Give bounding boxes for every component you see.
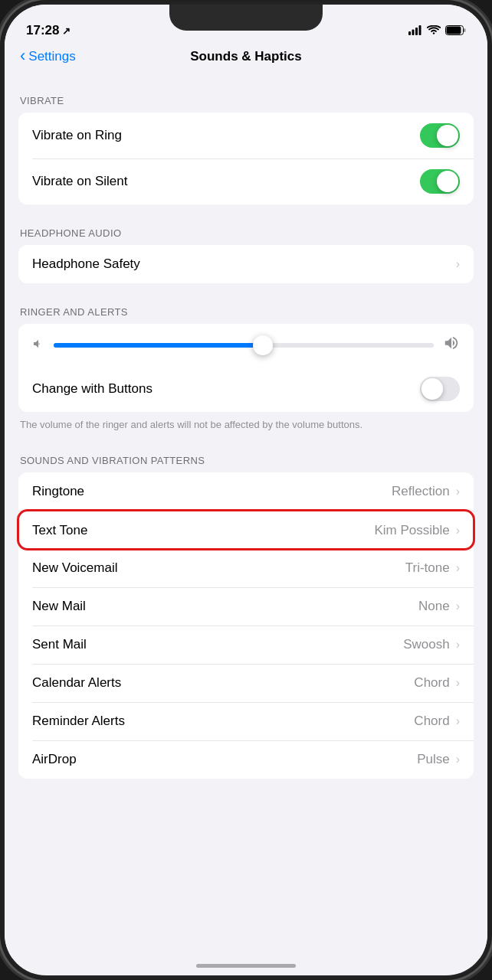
ringtone-card: Ringtone Reflection › [18,472,474,511]
text-tone-label: Text Tone [32,523,87,538]
ringer-section: RINGER AND ALERTS [5,306,487,432]
ringer-card: Change with Buttons [18,324,474,412]
vibrate-card: Vibrate on Ring Vibrate on Silent [18,113,474,204]
new-voicemail-label: New Voicemail [32,560,118,576]
notch [169,5,323,31]
airdrop-value: Pulse [417,752,450,767]
slider-container [32,335,460,355]
slider-fill [54,343,263,348]
vibrate-on-ring-toggle[interactable] [420,123,460,148]
volume-slider-row [18,324,474,366]
signal-icon [408,24,422,38]
new-voicemail-row[interactable]: New Voicemail Tri-tone › [18,549,474,587]
calendar-alerts-value: Chord [414,675,449,691]
text-tone-highlighted-row: Text Tone Kim Possible › [18,511,474,549]
ringtone-value: Reflection [392,484,450,499]
svg-rect-2 [415,28,418,35]
battery-icon [445,24,466,38]
sounds-section: SOUNDS AND VIBRATION PATTERNS Ringtone R… [5,455,487,809]
volume-high-icon [443,335,460,355]
change-with-buttons-row: Change with Buttons [18,366,474,412]
toggle-thumb [437,125,458,146]
text-tone-value: Kim Possible [374,523,449,538]
chevron-icon: › [456,676,460,690]
text-tone-row[interactable]: Text Tone Kim Possible › [18,511,474,549]
ringer-section-label: RINGER AND ALERTS [5,306,487,324]
ringtone-row[interactable]: Ringtone Reflection › [18,472,474,511]
vibrate-on-silent-toggle[interactable] [420,169,460,194]
airdrop-label: AirDrop [32,752,77,767]
chevron-icon: › [456,714,460,728]
volume-slider-track[interactable] [54,343,434,348]
vibrate-on-ring-row: Vibrate on Ring [18,113,474,158]
headphone-section-label: HEADPHONE AUDIO [5,227,487,245]
page-title: Sounds & Haptics [190,49,301,64]
sounds-bottom-card: New Voicemail Tri-tone › New Mail None › [18,549,474,779]
new-mail-label: New Mail [32,599,86,614]
calendar-alerts-row[interactable]: Calendar Alerts Chord › [18,664,474,702]
ringer-helper-text: The volume of the ringer and alerts will… [5,412,487,432]
chevron-icon: › [456,257,460,271]
row-right: › [456,257,460,271]
back-button[interactable]: ‹ Settings [20,49,76,64]
sent-mail-value: Swoosh [403,637,449,652]
row-right: Chord › [414,714,460,729]
reminder-alerts-label: Reminder Alerts [32,714,125,729]
headphone-card: Headphone Safety › [18,245,474,283]
headphone-safety-row[interactable]: Headphone Safety › [18,245,474,283]
status-time: 17:28 ↗ [26,23,71,38]
headphone-section: HEADPHONE AUDIO Headphone Safety › [5,227,487,283]
svg-rect-0 [408,31,411,35]
back-label: Settings [28,49,75,64]
row-right: Kim Possible › [374,523,460,538]
slider-thumb[interactable] [253,335,273,355]
vibrate-on-silent-row: Vibrate on Silent [18,158,474,204]
reminder-alerts-row[interactable]: Reminder Alerts Chord › [18,702,474,740]
toggle-thumb [421,378,443,400]
sent-mail-label: Sent Mail [32,637,87,652]
row-right: Tri-tone › [405,560,460,576]
row-right: Swoosh › [403,637,460,652]
chevron-icon: › [456,524,460,537]
volume-low-icon [32,338,44,353]
sent-mail-row[interactable]: Sent Mail Swoosh › [18,626,474,664]
change-with-buttons-toggle[interactable] [420,377,460,401]
row-right: Pulse › [417,752,460,767]
content-area: VIBRATE Vibrate on Ring Vibrate on Silen… [5,72,487,959]
vibrate-on-silent-label: Vibrate on Silent [32,174,127,189]
phone-frame: 17:28 ↗ [0,0,492,980]
svg-rect-6 [464,28,466,32]
vibrate-section-label: VIBRATE [5,95,487,113]
row-right: None › [418,599,460,614]
new-mail-row[interactable]: New Mail None › [18,587,474,626]
calendar-alerts-label: Calendar Alerts [32,675,121,691]
wifi-icon [427,24,441,38]
chevron-icon: › [456,753,460,766]
vibrate-on-ring-label: Vibrate on Ring [32,128,122,143]
svg-rect-5 [447,27,461,34]
new-voicemail-value: Tri-tone [405,560,450,576]
nav-bar: ‹ Settings Sounds & Haptics [5,43,487,72]
airdrop-row[interactable]: AirDrop Pulse › [18,740,474,779]
reminder-alerts-value: Chord [414,714,449,729]
ringtone-label: Ringtone [32,484,84,499]
status-right [408,24,466,38]
svg-rect-3 [419,25,421,35]
new-mail-value: None [418,599,450,614]
chevron-icon: › [456,485,460,498]
chevron-icon: › [456,638,460,652]
svg-rect-1 [412,30,415,36]
sounds-section-label: SOUNDS AND VIBRATION PATTERNS [5,455,487,472]
vibrate-section: VIBRATE Vibrate on Ring Vibrate on Silen… [5,95,487,204]
home-indicator[interactable] [196,964,296,968]
row-right: Chord › [414,675,460,691]
row-right: Reflection › [392,484,460,499]
screen: 17:28 ↗ [5,5,487,975]
chevron-icon: › [456,599,460,613]
toggle-thumb [437,171,458,192]
headphone-safety-label: Headphone Safety [32,256,140,272]
back-chevron-icon: ‹ [20,47,25,64]
chevron-icon: › [456,561,460,575]
location-icon: ↗ [62,25,71,37]
text-tone-card: Text Tone Kim Possible › [18,511,474,549]
